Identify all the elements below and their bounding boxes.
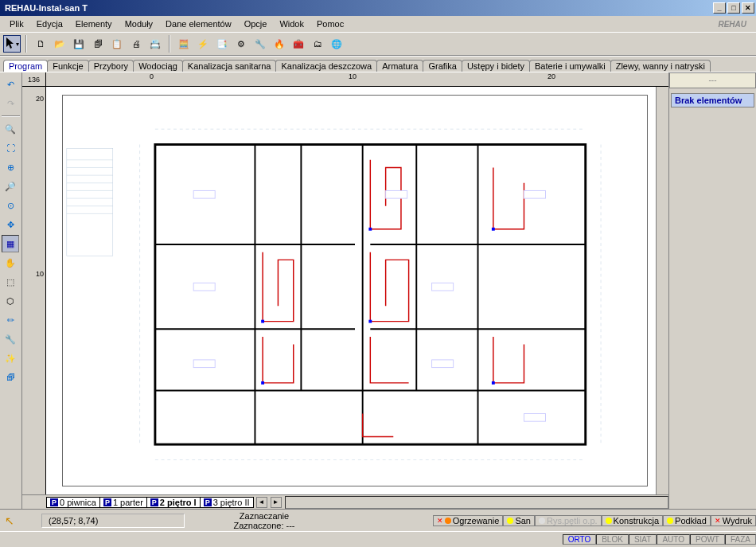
- menu-plik[interactable]: Plik: [3, 18, 30, 30]
- tab-funkcje[interactable]: Funkcje: [47, 60, 89, 72]
- svg-rect-23: [193, 283, 215, 291]
- sheet-prev-button[interactable]: ◄: [256, 497, 267, 508]
- status-modes: ORTO BLOK SIAT AUTO POWT FAZA: [563, 534, 756, 545]
- legend-podklad[interactable]: Podkład: [663, 515, 711, 526]
- opts2-button[interactable]: 🔧: [251, 35, 269, 53]
- redo-button[interactable]: ↷: [2, 95, 19, 112]
- color-dot-icon: [606, 518, 612, 524]
- sheet-label: 2 piętro I: [160, 498, 197, 507]
- select-rect-button[interactable]: ⬚: [2, 273, 19, 291]
- drawing-canvas[interactable]: [46, 87, 656, 494]
- tab-label: Grafika: [428, 61, 456, 71]
- tab-wodociag[interactable]: Wodociąg: [133, 60, 183, 72]
- sheet-next-button[interactable]: ►: [271, 497, 282, 508]
- horizontal-ruler[interactable]: 0 10 20: [46, 72, 668, 87]
- menu-widok[interactable]: Widok: [273, 18, 310, 30]
- mode-auto[interactable]: AUTO: [657, 534, 690, 545]
- flash-icon: ⚡: [197, 39, 208, 49]
- preview-icon: 📇: [150, 39, 161, 49]
- menu-edycja[interactable]: Edycja: [30, 18, 69, 30]
- saveas-button[interactable]: 🗐: [89, 35, 107, 53]
- menu-dane[interactable]: Dane elementów: [159, 18, 238, 30]
- tab-kanalizacja-san[interactable]: Kanalizacja sanitarna: [182, 60, 277, 72]
- preview-button[interactable]: 📇: [146, 35, 164, 53]
- ruler-tick: 0: [150, 72, 154, 80]
- tab-armatura[interactable]: Armatura: [376, 60, 423, 72]
- new-button[interactable]: 🗋: [32, 35, 49, 53]
- pipe-button[interactable]: 🔧: [2, 330, 19, 348]
- tab-przybory[interactable]: Przybory: [88, 60, 134, 72]
- legend-label: Podkład: [675, 516, 707, 526]
- sheet-tab-3[interactable]: P3 piętro II: [200, 497, 254, 508]
- menu-pomoc[interactable]: Pomoc: [310, 18, 350, 30]
- mode-powt[interactable]: POWT: [690, 534, 725, 545]
- layers-button[interactable]: 🗊: [2, 369, 19, 386]
- legend-ryspetli[interactable]: Rys.pętli o.p.: [535, 515, 602, 526]
- panel-tab-brak[interactable]: Brak elementów: [671, 93, 754, 107]
- mod-button[interactable]: 🗂: [309, 35, 326, 53]
- tab-baterie[interactable]: Baterie i umywalki: [529, 60, 611, 72]
- zoom-in-button[interactable]: 🔍: [2, 120, 19, 138]
- tab-label: Armatura: [382, 61, 418, 71]
- print-button[interactable]: 🖨: [127, 35, 145, 53]
- calc-button[interactable]: 🧮: [175, 35, 193, 53]
- mode-orto[interactable]: ORTO: [563, 534, 597, 545]
- zoom-all-button[interactable]: 🔎: [2, 178, 19, 195]
- vertical-ruler[interactable]: 20 10: [22, 87, 46, 494]
- info-bar: ↖ (28,57; 8,74) Zaznaczanie Zaznaczone: …: [0, 509, 756, 531]
- zoom-plus-button[interactable]: ⊕: [2, 158, 19, 176]
- legend-san[interactable]: San: [503, 515, 535, 526]
- copy-button[interactable]: 📋: [108, 35, 126, 53]
- menu-opcje[interactable]: Opcje: [238, 18, 274, 30]
- zoom-area-button[interactable]: ⛶: [2, 139, 19, 157]
- fire-button[interactable]: 🔥: [271, 35, 288, 53]
- open-button[interactable]: 📂: [51, 35, 68, 53]
- mode-blok[interactable]: BLOK: [596, 534, 629, 545]
- tab-kanalizacja-deszcz[interactable]: Kanalizacja deszczowa: [275, 60, 377, 72]
- opts-button[interactable]: ⚙: [232, 35, 250, 53]
- svg-rect-14: [492, 228, 495, 231]
- sheet-tab-2[interactable]: P2 piętro I: [146, 497, 201, 508]
- tab-program[interactable]: Program: [3, 60, 48, 72]
- tab-label: Kanalizacja deszczowa: [281, 61, 372, 71]
- gear-icon: ⚙: [237, 39, 245, 49]
- pan-button[interactable]: ✋: [2, 254, 19, 272]
- tab-ustepy[interactable]: Ustępy i bidety: [462, 60, 530, 72]
- sheet-tab-0[interactable]: P0 piwnica: [46, 497, 100, 508]
- legend-wydruk[interactable]: ✕Wydruk: [711, 515, 756, 526]
- center-button[interactable]: ✥: [2, 216, 19, 233]
- close-button[interactable]: ✕: [742, 2, 754, 14]
- zoom-fit-button[interactable]: ⊙: [2, 197, 19, 214]
- sheet-tabs: P0 piwnica P1 parter P2 piętro I P3 pięt…: [22, 494, 668, 509]
- list-button[interactable]: 📑: [213, 35, 231, 53]
- mode-siat[interactable]: SIAT: [629, 534, 657, 545]
- selection-label: Zaznaczone: ---: [185, 521, 344, 530]
- save-button[interactable]: 💾: [70, 35, 88, 53]
- maximize-button[interactable]: □: [727, 2, 740, 14]
- explode-button[interactable]: ✨: [2, 350, 19, 367]
- undo-button[interactable]: ↶: [2, 76, 19, 93]
- floor-plan: [62, 95, 648, 486]
- horizontal-scrollbar[interactable]: [285, 496, 668, 509]
- ortho-button[interactable]: ▦: [2, 235, 19, 252]
- legend-konstrukcja[interactable]: Konstrukcja: [602, 515, 663, 526]
- menu-elementy[interactable]: Elementy: [69, 18, 119, 30]
- legend-ogrzewanie[interactable]: ✕Ogrzewanie: [433, 515, 504, 526]
- tools-button[interactable]: 🧰: [290, 35, 307, 53]
- tab-label: Zlewy, wanny i natryski: [616, 61, 705, 71]
- legend-label: San: [515, 516, 531, 526]
- sheet-tab-1[interactable]: P1 parter: [99, 497, 147, 508]
- tab-zlewy[interactable]: Zlewy, wanny i natryski: [610, 60, 711, 72]
- menu-moduly[interactable]: Moduły: [119, 18, 159, 30]
- parking-icon: P: [204, 498, 212, 506]
- measure-button[interactable]: ✏: [2, 311, 19, 329]
- ruler-tick: 20: [36, 95, 44, 103]
- cursor-tool-button[interactable]: ▾: [3, 35, 21, 53]
- select-poly-button[interactable]: ⬡: [2, 292, 19, 310]
- mode-faza[interactable]: FAZA: [725, 534, 756, 545]
- flash-button[interactable]: ⚡: [194, 35, 212, 53]
- vertical-scrollbar[interactable]: [656, 87, 668, 494]
- web-button[interactable]: 🌐: [328, 35, 345, 53]
- tab-grafika[interactable]: Grafika: [423, 60, 462, 72]
- minimize-button[interactable]: _: [713, 2, 726, 14]
